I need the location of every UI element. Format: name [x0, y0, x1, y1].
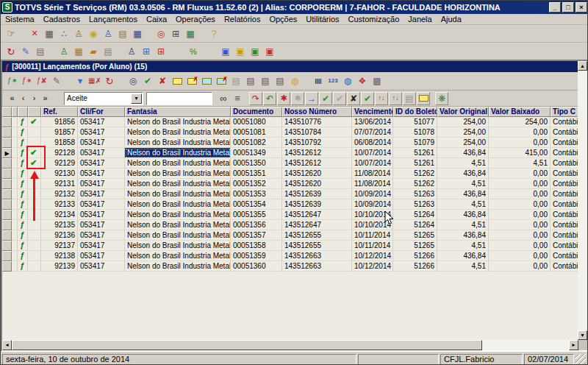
- print-alt-button[interactable]: ▤: [258, 74, 273, 88]
- cell-clifor[interactable]: 053417: [78, 179, 125, 189]
- row-selector[interactable]: [2, 210, 12, 220]
- nav-last-button[interactable]: »: [40, 93, 51, 104]
- binoculars-button[interactable]: ∞: [217, 92, 230, 105]
- cell-documento[interactable]: 00051082: [231, 138, 282, 148]
- menu-item-sistema[interactable]: Sistema: [1, 14, 39, 25]
- cell-vencimento[interactable]: 10/09/2014: [352, 199, 393, 210]
- calculator-grid-button[interactable]: ▦: [130, 26, 145, 41]
- minimize-button[interactable]: _: [549, 2, 561, 13]
- cell-ref[interactable]: 92131: [41, 179, 78, 189]
- cell-id_boleto[interactable]: 51078: [393, 127, 437, 138]
- cell-nosso_numero[interactable]: 143510792: [282, 138, 352, 148]
- sort-num-button[interactable]: ↑↓: [375, 92, 388, 105]
- cell-id_boleto[interactable]: 51264: [393, 220, 437, 230]
- notes-button[interactable]: ▤: [115, 26, 130, 41]
- cell-fantasia[interactable]: Nelson do Brasil Industria Metalurgica L…: [125, 230, 231, 241]
- cell-vencimento[interactable]: 07/07/2014: [352, 127, 393, 138]
- table-row[interactable]: ƒ92139053417Nelson do Brasil Industria M…: [2, 261, 578, 272]
- cell-valor_original[interactable]: 4,51: [437, 179, 489, 189]
- cell-fantasia[interactable]: Nelson do Brasil Industria Metalurgica L…: [125, 189, 231, 199]
- cell-nosso_numero[interactable]: 143512639: [282, 189, 352, 199]
- cell-ref[interactable]: 92132: [41, 189, 78, 199]
- cell-ref[interactable]: 92139: [41, 261, 78, 272]
- cell-documento[interactable]: 00051081: [231, 127, 282, 138]
- cell-fantasia[interactable]: Nelson do Brasil Industria Metalurgica L…: [125, 158, 231, 169]
- cell-clifor[interactable]: 053417: [78, 199, 125, 210]
- cell-valor_baixado[interactable]: 0,00: [489, 261, 551, 272]
- cell-vencimento[interactable]: 10/07/2014: [352, 158, 393, 169]
- cell-valor_baixado[interactable]: 415,00: [489, 148, 551, 158]
- close-button[interactable]: ×: [576, 2, 587, 13]
- cell-valor_baixado[interactable]: 0,00: [489, 189, 551, 199]
- accept-pen-button[interactable]: ✔: [140, 74, 155, 88]
- cell-documento[interactable]: 00051354: [231, 199, 282, 210]
- cell-ref[interactable]: 92130: [41, 169, 78, 179]
- cell-fantasia[interactable]: Nelson do Brasil Industria Metalurgica L…: [125, 148, 231, 158]
- row-selector[interactable]: [2, 169, 12, 179]
- cell-nosso_numero[interactable]: 143512612: [282, 158, 352, 169]
- arrow-blue-button[interactable]: →: [305, 92, 318, 105]
- company-button[interactable]: ▦: [42, 26, 57, 41]
- cell-valor_original[interactable]: 4,51: [437, 261, 489, 272]
- table-row[interactable]: ƒ✔92129053417Nelson do Brasil Industria …: [2, 158, 578, 169]
- row-selector[interactable]: [2, 251, 12, 261]
- scroll-left-button[interactable]: ◄: [2, 340, 12, 350]
- table-row[interactable]: ƒ✔91856053417Nelson do Brasil Industria …: [2, 117, 578, 127]
- image-button[interactable]: ▩: [370, 74, 384, 88]
- cell-valor_baixado[interactable]: 0,00: [489, 210, 551, 220]
- combobox-dropdown-button[interactable]: ▼: [131, 93, 142, 104]
- cell-valor_original[interactable]: 4,51: [437, 220, 489, 230]
- current-row-marker[interactable]: ▶: [2, 148, 12, 158]
- cell-id_boleto[interactable]: 51077: [393, 117, 437, 127]
- globe-user-button[interactable]: ◍: [340, 74, 355, 88]
- cell-valor_baixado[interactable]: 0,00: [489, 241, 551, 251]
- cell-clifor[interactable]: 053417: [78, 241, 125, 251]
- cell-nosso_numero[interactable]: 143512620: [282, 169, 352, 179]
- cell-valor_original[interactable]: 4,51: [437, 241, 489, 251]
- table-row[interactable]: ƒ91857053417Nelson do Brasil Industria M…: [2, 127, 578, 138]
- cell-clifor[interactable]: 053417: [78, 210, 125, 220]
- cell-documento[interactable]: 00051350: [231, 158, 282, 169]
- help-button[interactable]: ?: [207, 26, 221, 41]
- column-header-ref[interactable]: Ref.: [41, 107, 78, 117]
- cell-clifor[interactable]: 053417: [78, 169, 125, 179]
- menu-item-janela[interactable]: Janela: [404, 14, 436, 25]
- menu-item-customizacao[interactable]: Customização: [344, 14, 404, 25]
- cell-valor_baixado[interactable]: 0,00: [489, 220, 551, 230]
- cell-tipo[interactable]: Contábil: [551, 117, 578, 127]
- cell-id_boleto[interactable]: 51262: [393, 169, 437, 179]
- cell-valor_original[interactable]: 4,51: [437, 158, 489, 169]
- nav-next-button[interactable]: ›: [29, 93, 40, 104]
- cell-clifor[interactable]: 053417: [78, 117, 125, 127]
- cell-documento[interactable]: 00051359: [231, 251, 282, 261]
- monitor-green-button[interactable]: ▣: [248, 44, 262, 59]
- table-row[interactable]: ƒ92132053417Nelson do Brasil Industria M…: [2, 189, 578, 199]
- cell-documento[interactable]: 00051355: [231, 210, 282, 220]
- column-header-documento[interactable]: Documento: [231, 107, 282, 117]
- form-edit-button[interactable]: ✎: [49, 74, 64, 88]
- cell-fantasia[interactable]: Nelson do Brasil Industria Metalurgica L…: [125, 251, 231, 261]
- table-row[interactable]: ƒ92131053417Nelson do Brasil Industria M…: [2, 179, 578, 189]
- column-header-tipo[interactable]: Tipo C: [551, 107, 578, 117]
- cell-tipo[interactable]: Contábil: [551, 127, 578, 138]
- x-black-button[interactable]: ✘: [347, 92, 360, 105]
- cell-nosso_numero[interactable]: 143510784: [282, 127, 352, 138]
- row-selector[interactable]: [2, 179, 12, 189]
- cell-clifor[interactable]: 053417: [78, 158, 125, 169]
- monitor-x-button[interactable]: ▣: [262, 44, 277, 59]
- cell-tipo[interactable]: Contábil: [551, 230, 578, 241]
- user-query-button[interactable]: ♙: [101, 26, 115, 41]
- row-selector[interactable]: [2, 127, 12, 138]
- cell-documento[interactable]: 00051080: [231, 117, 282, 127]
- cell-documento[interactable]: 00051358: [231, 241, 282, 251]
- menu-item-ajuda[interactable]: Ajuda: [437, 14, 466, 25]
- column-header-nosso_numero[interactable]: Nosso Número: [282, 107, 352, 117]
- monitor-drop-button[interactable]: ▣: [233, 44, 248, 59]
- table-row[interactable]: ƒ92137053417Nelson do Brasil Industria M…: [2, 241, 578, 251]
- table-row[interactable]: ƒ92133053417Nelson do Brasil Industria M…: [2, 199, 578, 210]
- reject-pen-button[interactable]: ✘: [155, 74, 170, 88]
- delete-button[interactable]: ƒ✘: [35, 74, 49, 88]
- asterisk-red-button[interactable]: ✱: [277, 92, 290, 105]
- cell-documento[interactable]: 00051351: [231, 169, 282, 179]
- cell-valor_baixado[interactable]: 0,00: [489, 251, 551, 261]
